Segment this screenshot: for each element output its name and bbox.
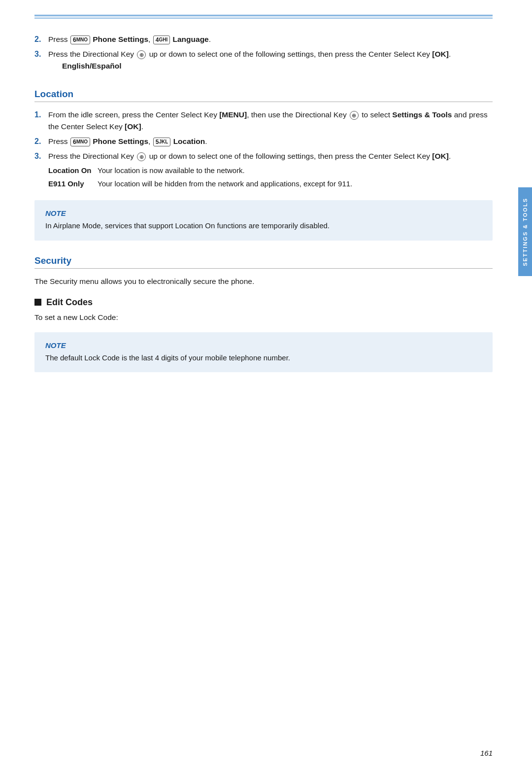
step-3-language: 3. Press the Directional Key ⊕ up or dow…	[34, 48, 493, 74]
edit-codes-intro: To set a new Lock Code:	[34, 312, 493, 323]
directional-key-icon-3: ⊕	[137, 152, 146, 161]
location-step-1-content: From the idle screen, press the Center S…	[48, 109, 493, 133]
side-tab: SETTINGS & TOOLS	[518, 187, 532, 276]
step-number-2: 2.	[34, 34, 48, 45]
side-tab-label: SETTINGS & TOOLS	[522, 198, 528, 266]
black-square-icon	[34, 299, 41, 306]
location-note-text: In Airplane Mode, services that support …	[45, 220, 482, 232]
key-5jkl: 5 JKL	[153, 138, 171, 146]
step-3-content: Press the Directional Key ⊕ up or down t…	[48, 48, 493, 74]
location-step-1: 1. From the idle screen, press the Cente…	[34, 109, 493, 133]
security-note-title: NOTE	[45, 341, 482, 350]
term-desc-location-on: Your location is now available to the ne…	[98, 165, 245, 176]
location-step-2: 2. Press 6MNO Phone Settings, 5 JKL Loca…	[34, 136, 493, 147]
page-container: 2. Press 6MNO Phone Settings, 4 GHI Lang…	[0, 0, 532, 772]
step-2-content: Press 6MNO Phone Settings, 4 GHI Languag…	[48, 34, 493, 45]
term-desc-e911: Your location will be hidden from the ne…	[98, 178, 352, 190]
directional-key-icon-2: ⊕	[350, 111, 359, 120]
key-6mno: 6MNO	[70, 35, 90, 44]
location-step-number-3: 3.	[34, 150, 48, 162]
term-label-location-on: Location On	[48, 165, 98, 176]
location-note-title: NOTE	[45, 209, 482, 217]
step-2-language: 2. Press 6MNO Phone Settings, 4 GHI Lang…	[34, 34, 493, 45]
location-step-3-content: Press the Directional Key ⊕ up or down t…	[48, 150, 493, 191]
english-espanol-label: English/Español	[62, 60, 493, 72]
key-4ghi: 4 GHI	[153, 35, 170, 44]
top-decorative-lines	[34, 15, 493, 19]
location-section-heading: Location	[34, 89, 493, 102]
page-number: 161	[480, 749, 493, 757]
security-section-heading: Security	[34, 255, 493, 269]
term-row-e911: E911 Only Your location will be hidden f…	[48, 178, 493, 190]
location-step-3: 3. Press the Directional Key ⊕ up or dow…	[34, 150, 493, 191]
location-step-number-2: 2.	[34, 136, 48, 147]
security-intro-text: The Security menu allows you to electron…	[34, 276, 493, 287]
location-step-number-1: 1.	[34, 109, 48, 121]
term-row-location-on: Location On Your location is now availab…	[48, 165, 493, 176]
edit-codes-label: Edit Codes	[46, 297, 93, 308]
location-step-2-content: Press 6MNO Phone Settings, 5 JKL Locatio…	[48, 136, 493, 147]
security-note-text: The default Lock Code is the last 4 digi…	[45, 352, 482, 364]
location-terms-table: Location On Your location is now availab…	[48, 165, 493, 189]
term-label-e911: E911 Only	[48, 178, 98, 190]
edit-codes-heading: Edit Codes	[34, 297, 493, 308]
directional-key-icon: ⊕	[137, 50, 146, 59]
security-note-box: NOTE The default Lock Code is the last 4…	[34, 332, 493, 373]
location-note-box: NOTE In Airplane Mode, services that sup…	[34, 200, 493, 241]
step-number-3: 3.	[34, 48, 48, 60]
key-6mno-loc: 6MNO	[70, 138, 90, 146]
